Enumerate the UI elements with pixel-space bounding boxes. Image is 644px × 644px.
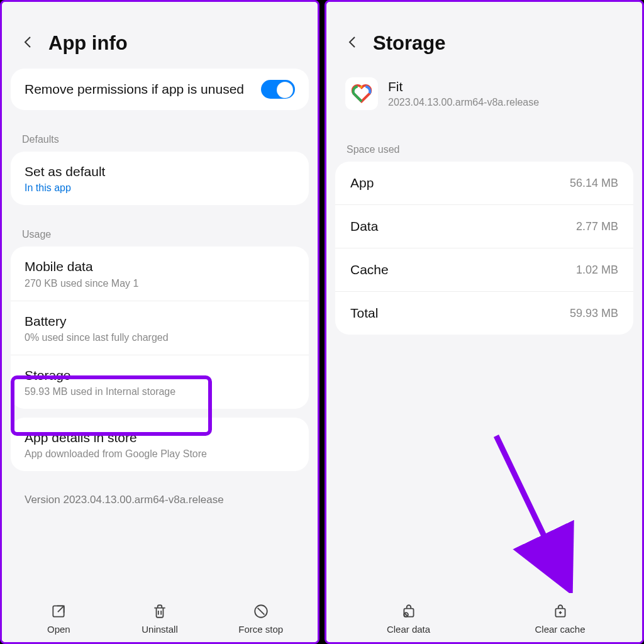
version-card: Version 2023.04.13.00.arm64-v8a.release <box>11 480 309 518</box>
page-title: App info <box>48 32 128 55</box>
space-used-label: Space used <box>326 129 642 162</box>
app-icon <box>345 77 378 110</box>
back-icon[interactable] <box>21 35 36 52</box>
clear-cache-label: Clear cache <box>535 624 585 635</box>
space-cache-value: 1.02 MB <box>576 264 618 277</box>
trash-icon <box>151 602 169 620</box>
clear-data-button[interactable]: Clear data <box>333 602 484 635</box>
bottom-actions: Clear data Clear cache <box>326 592 642 642</box>
space-app-row: App 56.14 MB <box>335 162 633 205</box>
set-default-sub: In this app <box>25 182 295 194</box>
space-total-label: Total <box>350 306 378 321</box>
space-used-card: App 56.14 MB Data 2.77 MB Cache 1.02 MB … <box>335 162 633 335</box>
battery-title: Battery <box>25 313 295 330</box>
space-cache-label: Cache <box>350 262 389 277</box>
version-text: Version 2023.04.13.00.arm64-v8a.release <box>25 494 295 506</box>
storage-screen: Storage Fit 2023.04.13.00.arm64-v8a.rele… <box>325 0 644 644</box>
page-title: Storage <box>373 32 445 55</box>
permissions-label: Remove permissions if app is unused <box>25 80 252 97</box>
details-sub: App downloaded from Google Play Store <box>25 448 295 460</box>
permissions-card[interactable]: Remove permissions if app is unused <box>11 69 309 110</box>
usage-section-label: Usage <box>2 214 318 247</box>
open-icon <box>50 602 67 620</box>
details-card[interactable]: App details in store App downloaded from… <box>11 418 309 471</box>
app-identity: Fit 2023.04.13.00.arm64-v8a.release <box>326 69 642 129</box>
space-app-label: App <box>350 175 374 191</box>
svg-line-8 <box>404 613 407 616</box>
mobile-data-title: Mobile data <box>25 258 295 275</box>
space-data-label: Data <box>350 219 378 234</box>
bottom-actions: Open Uninstall Force stop <box>2 592 318 642</box>
force-stop-button[interactable]: Force stop <box>210 602 311 635</box>
clear-data-label: Clear data <box>387 624 430 635</box>
header: Storage <box>326 2 642 69</box>
mobile-data-sub: 270 KB used since May 1 <box>25 278 295 289</box>
storage-sub: 59.93 MB used in Internal storage <box>25 386 295 397</box>
header: App info <box>2 2 318 69</box>
storage-row[interactable]: Storage 59.93 MB used in Internal storag… <box>11 355 309 409</box>
defaults-card[interactable]: Set as default In this app <box>11 152 309 205</box>
usage-card: Mobile data 270 KB used since May 1 Batt… <box>11 247 309 409</box>
back-icon[interactable] <box>345 35 360 52</box>
mobile-data-row[interactable]: Mobile data 270 KB used since May 1 <box>11 247 309 301</box>
app-info-screen: App info Remove permissions if app is un… <box>0 0 319 644</box>
space-data-row: Data 2.77 MB <box>335 205 633 248</box>
permissions-toggle[interactable] <box>261 80 295 99</box>
uninstall-button[interactable]: Uninstall <box>109 602 211 635</box>
space-total-value: 59.93 MB <box>570 307 618 320</box>
app-version: 2023.04.13.00.arm64-v8a.release <box>388 97 539 108</box>
battery-sub: 0% used since last fully charged <box>25 332 295 343</box>
svg-line-5 <box>257 608 264 615</box>
open-label: Open <box>47 624 70 635</box>
svg-line-12 <box>496 436 565 580</box>
space-total-row: Total 59.93 MB <box>335 292 633 335</box>
set-default-title: Set as default <box>25 163 295 180</box>
clear-data-icon <box>400 602 418 620</box>
arrow-annotation <box>484 430 584 593</box>
battery-row[interactable]: Battery 0% used since last fully charged <box>11 301 309 355</box>
google-fit-icon <box>350 80 374 107</box>
space-cache-row: Cache 1.02 MB <box>335 248 633 292</box>
space-data-value: 2.77 MB <box>576 220 618 233</box>
app-name: Fit <box>388 79 539 94</box>
open-button[interactable]: Open <box>8 602 109 635</box>
uninstall-label: Uninstall <box>142 624 178 635</box>
stop-icon <box>252 602 270 620</box>
storage-title: Storage <box>25 367 295 384</box>
details-title: App details in store <box>25 429 295 446</box>
clear-cache-icon <box>552 602 569 620</box>
space-app-value: 56.14 MB <box>570 177 618 190</box>
clear-cache-button[interactable]: Clear cache <box>484 602 636 635</box>
defaults-section-label: Defaults <box>2 119 318 152</box>
force-stop-label: Force stop <box>238 624 283 635</box>
svg-line-1 <box>58 606 64 612</box>
